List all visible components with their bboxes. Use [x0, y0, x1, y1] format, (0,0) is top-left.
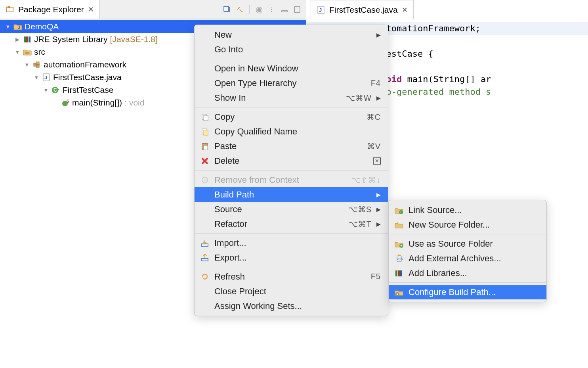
- method-name: main(String[]): [72, 98, 122, 107]
- svg-rect-15: [36, 64, 39, 67]
- submenu-arrow-icon: ▶: [376, 95, 381, 101]
- menu-item-copy[interactable]: Copy⌘C: [195, 109, 388, 124]
- menu-item-open-in-new-window[interactable]: Open in New Window: [195, 61, 388, 76]
- menu-item-new-source-folder[interactable]: ✦New Source Folder...: [389, 217, 546, 232]
- view-menu-icon[interactable]: ⋮: [267, 5, 277, 14]
- paste-icon: [200, 142, 210, 150]
- file-label: FirstTestCase.java: [53, 73, 122, 82]
- menu-separator: [195, 59, 388, 59]
- delete-key-icon: ✕: [373, 157, 381, 165]
- shortcut: ⌥⌘T: [349, 219, 372, 229]
- lib-icon: [394, 269, 404, 277]
- menu-label: Link Source...: [409, 205, 539, 215]
- svg-text:C: C: [53, 87, 57, 93]
- menu-label: Add Libraries...: [409, 268, 539, 278]
- svg-rect-46: [398, 270, 400, 276]
- menu-item-source[interactable]: Source⌥⌘S▶: [195, 202, 388, 217]
- disclosure-icon[interactable]: ▶: [14, 36, 21, 42]
- menu-item-close-project[interactable]: Close Project: [195, 284, 388, 299]
- close-icon[interactable]: ✕: [402, 6, 408, 14]
- package-icon: [32, 60, 41, 69]
- menu-item-assign-working-sets[interactable]: Assign Working Sets...: [195, 299, 388, 313]
- maximize-icon[interactable]: [292, 5, 302, 14]
- menu-item-refresh[interactable]: RefreshF5: [195, 269, 388, 284]
- shortcut: ⌘V: [367, 142, 381, 151]
- method-return: void: [129, 98, 145, 107]
- svg-text:S: S: [67, 99, 69, 104]
- menu-label: Open in New Window: [214, 63, 381, 74]
- disclosure-icon[interactable]: ▼: [14, 49, 21, 55]
- svg-rect-4: [282, 11, 287, 12]
- class-label: FirstTestCase: [63, 85, 113, 95]
- src-label: src: [34, 47, 45, 57]
- method-sep: :: [124, 98, 127, 107]
- jre-version: [JavaSE-1.8]: [110, 34, 158, 44]
- shortcut: ⌥⌘W: [346, 93, 372, 103]
- menu-label: Source: [214, 204, 344, 215]
- copy-icon: [200, 113, 210, 121]
- menu-item-show-in[interactable]: Show In⌥⌘W▶: [195, 90, 388, 105]
- collapse-all-icon[interactable]: [222, 5, 232, 14]
- menu-item-refactor[interactable]: Refactor⌥⌘T▶: [195, 217, 388, 231]
- menu-separator: [389, 234, 546, 234]
- close-icon[interactable]: ✕: [88, 5, 94, 14]
- svg-rect-11: [29, 36, 31, 42]
- disclosure-icon[interactable]: ▼: [24, 62, 30, 68]
- link-editor-icon[interactable]: [235, 5, 244, 14]
- svg-rect-10: [26, 36, 28, 42]
- explorer-tab-bar: Package Explorer ✕ ◉ ⋮: [0, 0, 306, 19]
- project-label: DemoQA: [25, 22, 59, 31]
- submenu-arrow-icon: ▶: [376, 192, 381, 198]
- svg-rect-45: [395, 270, 397, 276]
- menu-item-build-path[interactable]: Build Path▶: [195, 187, 388, 202]
- explorer-title: Package Explorer: [18, 5, 84, 14]
- submenu-arrow-icon: ▶: [376, 206, 381, 213]
- svg-text:+: +: [400, 243, 403, 248]
- class-run-icon: C: [52, 86, 60, 94]
- shortcut: F5: [371, 272, 381, 281]
- submenu-arrow-icon: ▶: [376, 32, 381, 38]
- menu-label: Open Type Hierarchy: [214, 78, 366, 88]
- menu-item-import[interactable]: Import...: [195, 236, 388, 250]
- menu-item-open-type-hierarchy[interactable]: Open Type HierarchyF4: [195, 76, 388, 90]
- menu-item-use-as-source-folder[interactable]: +Use as Source Folder: [389, 236, 546, 251]
- menu-separator: [195, 233, 388, 234]
- menu-item-paste[interactable]: Paste⌘V: [195, 139, 388, 153]
- disclosure-icon[interactable]: ▼: [43, 87, 49, 93]
- menu-label: Refactor: [214, 219, 344, 229]
- explorer-toolbar: ◉ ⋮: [222, 5, 306, 14]
- menu-label: Go Into: [214, 44, 381, 55]
- menu-item-add-libraries[interactable]: Add Libraries...: [389, 266, 546, 280]
- menu-item-add-external-archives[interactable]: 010Add External Archives...: [389, 251, 546, 266]
- menu-label: Build Path: [214, 190, 372, 200]
- menu-label: Remove from Context: [214, 175, 347, 185]
- menu-item-remove-from-context: Remove from Context⌥⇧⌘↓: [195, 172, 388, 187]
- package-explorer-tab[interactable]: Package Explorer ✕: [0, 0, 100, 19]
- menu-label: Close Project: [214, 286, 381, 297]
- build-path-submenu: +Link Source...✦New Source Folder...+Use…: [388, 200, 547, 302]
- svg-text:+: +: [400, 210, 402, 214]
- menu-separator: [389, 282, 546, 283]
- menu-item-new[interactable]: New▶: [195, 27, 388, 42]
- svg-rect-3: [224, 6, 229, 11]
- menu-label: Configure Build Path...: [409, 287, 539, 297]
- disclosure-icon[interactable]: ▼: [5, 24, 11, 30]
- menu-item-configure-build-path[interactable]: Configure Build Path...: [389, 285, 546, 299]
- minimize-icon[interactable]: [280, 5, 289, 14]
- menu-item-link-source[interactable]: +Link Source...: [389, 203, 546, 217]
- package-label: automationFramework: [44, 60, 126, 69]
- import-icon: [200, 239, 210, 247]
- menu-item-go-into[interactable]: Go Into: [195, 42, 388, 57]
- package-explorer-icon: [6, 5, 14, 14]
- svg-rect-28: [203, 143, 206, 144]
- usefolder-icon: +: [394, 240, 404, 248]
- menu-item-copy-qualified-name[interactable]: Copy Qualified Name: [195, 124, 388, 139]
- menu-item-delete[interactable]: Delete✕: [195, 153, 388, 168]
- editor-tab[interactable]: J FirstTestCase.java ✕: [311, 0, 414, 19]
- svg-rect-1: [8, 6, 10, 8]
- disclosure-icon[interactable]: ▼: [33, 75, 40, 80]
- svg-text:J: J: [44, 75, 47, 80]
- focus-icon[interactable]: ◉: [254, 5, 264, 14]
- menu-item-export[interactable]: Export...: [195, 250, 388, 265]
- menu-label: Copy: [214, 112, 362, 122]
